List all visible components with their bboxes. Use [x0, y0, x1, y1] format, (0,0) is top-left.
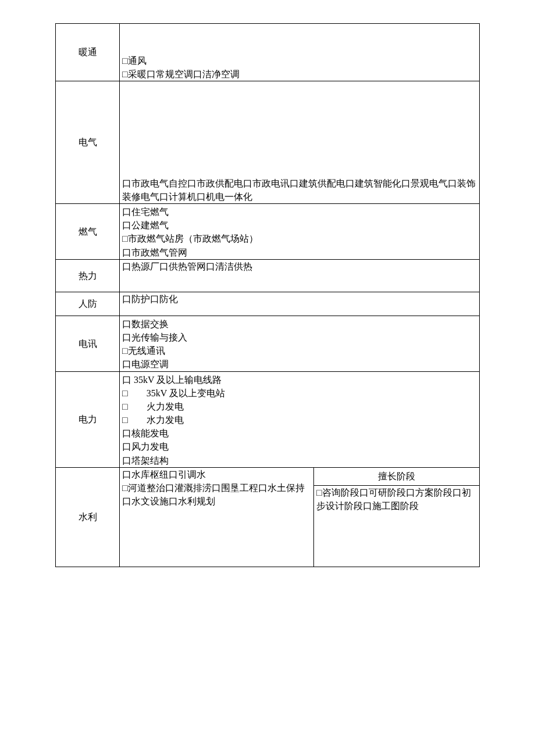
- row-label-gas: 燃气: [56, 204, 120, 260]
- option-text: 口市政电气自控口市政供配电口市政电讯口建筑供配电口建筑智能化口景观电气口装饰装修…: [122, 177, 477, 203]
- option-text: □ 水力发电: [122, 413, 477, 427]
- table-row: 电气 口市政电气自控口市政供配电口市政电讯口建筑供配电口建筑智能化口景观电气口装…: [56, 81, 480, 204]
- option-text: □市政燃气站房（市政燃气场站）: [122, 232, 477, 245]
- option-text: □采暖口常规空调口洁净空调: [122, 67, 477, 81]
- option-text: 口风力发电: [122, 440, 477, 453]
- label-text: 水利: [79, 512, 97, 522]
- row-content-heat: 口热源厂口供热管网口清洁供热: [120, 259, 480, 292]
- stage-header-cell: 擅长阶段: [313, 467, 479, 485]
- table-row: 电讯 口数据交换 口光传输与接入 □无线通讯 口电源空调: [56, 316, 480, 371]
- row-label-electrical: 电气: [56, 81, 120, 204]
- stage-header: 擅长阶段: [378, 471, 415, 481]
- label-text: 人防: [79, 299, 97, 309]
- row-content-power: 口 35kV 及以上输电线路 □ 35kV 及以上变电站 □ 火力发电 □ 水力…: [120, 371, 480, 467]
- row-content-hvac: □通风 □采暖口常规空调口洁净空调: [120, 24, 480, 81]
- label-text: 燃气: [79, 227, 97, 237]
- label-text: 热力: [79, 271, 97, 281]
- label-text: 电讯: [79, 339, 97, 349]
- option-text: 口数据交换: [122, 317, 477, 331]
- document-page: 暖通 □通风 □采暖口常规空调口洁净空调 电气 口市政电气自控口市政供配电口市政…: [0, 0, 535, 756]
- row-label-power: 电力: [56, 371, 120, 467]
- option-text: 口 35kV 及以上输电线路: [122, 373, 477, 386]
- option-text: 口市政燃气管网: [122, 246, 477, 259]
- table-row: 暖通 □通风 □采暖口常规空调口洁净空调: [56, 24, 480, 81]
- table-row: 水利 口水库枢纽口引调水 □河道整治口灌溉排涝口围垦工程口水土保持口水文设施口水…: [56, 467, 480, 485]
- option-text: □河道整治口灌溉排涝口围垦工程口水土保持口水文设施口水利规划: [122, 481, 311, 508]
- row-content-water-left: 口水库枢纽口引调水 □河道整治口灌溉排涝口围垦工程口水土保持口水文设施口水利规划: [120, 467, 314, 567]
- option-text: 口防护口防化: [122, 292, 477, 306]
- row-label-hvac: 暖通: [56, 24, 120, 81]
- option-text: □ 火力发电: [122, 400, 477, 413]
- row-label-heat: 热力: [56, 259, 120, 292]
- option-text: 口热源厂口供热管网口清洁供热: [122, 260, 477, 273]
- option-text: □通风: [122, 54, 477, 67]
- row-label-water: 水利: [56, 467, 120, 567]
- option-text: □ 35kV 及以上变电站: [122, 386, 477, 400]
- table-row: 人防 口防护口防化: [56, 292, 480, 316]
- row-content-defense: 口防护口防化: [120, 292, 480, 316]
- specialty-table: 暖通 □通风 □采暖口常规空调口洁净空调 电气 口市政电气自控口市政供配电口市政…: [55, 23, 480, 567]
- option-text: 口住宅燃气: [122, 205, 477, 218]
- option-text: 口水库枢纽口引调水: [122, 468, 311, 481]
- option-text: 口光传输与接入: [122, 331, 477, 344]
- table-row: 电力 口 35kV 及以上输电线路 □ 35kV 及以上变电站 □ 火力发电 □…: [56, 371, 480, 467]
- label-text: 电气: [79, 137, 97, 147]
- option-text: □咨询阶段口可研阶段口方案阶段口初步设计阶段口施工图阶段: [316, 486, 477, 513]
- row-label-telecom: 电讯: [56, 316, 120, 371]
- row-label-defense: 人防: [56, 292, 120, 316]
- option-text: 口塔架结构: [122, 454, 477, 467]
- option-text: 口电源空调: [122, 357, 477, 371]
- label-text: 暖通: [79, 47, 97, 57]
- row-content-gas: 口住宅燃气 口公建燃气 □市政燃气站房（市政燃气场站） 口市政燃气管网: [120, 204, 480, 260]
- option-text: 口公建燃气: [122, 218, 477, 232]
- option-text: 口核能发电: [122, 427, 477, 440]
- stage-content-cell: □咨询阶段口可研阶段口方案阶段口初步设计阶段口施工图阶段: [313, 485, 479, 567]
- row-content-electrical: 口市政电气自控口市政供配电口市政电讯口建筑供配电口建筑智能化口景观电气口装饰装修…: [120, 81, 480, 204]
- label-text: 电力: [79, 414, 97, 424]
- table-row: 燃气 口住宅燃气 口公建燃气 □市政燃气站房（市政燃气场站） 口市政燃气管网: [56, 204, 480, 260]
- table-row: 热力 口热源厂口供热管网口清洁供热: [56, 259, 480, 292]
- option-text: □无线通讯: [122, 344, 477, 357]
- row-content-telecom: 口数据交换 口光传输与接入 □无线通讯 口电源空调: [120, 316, 480, 371]
